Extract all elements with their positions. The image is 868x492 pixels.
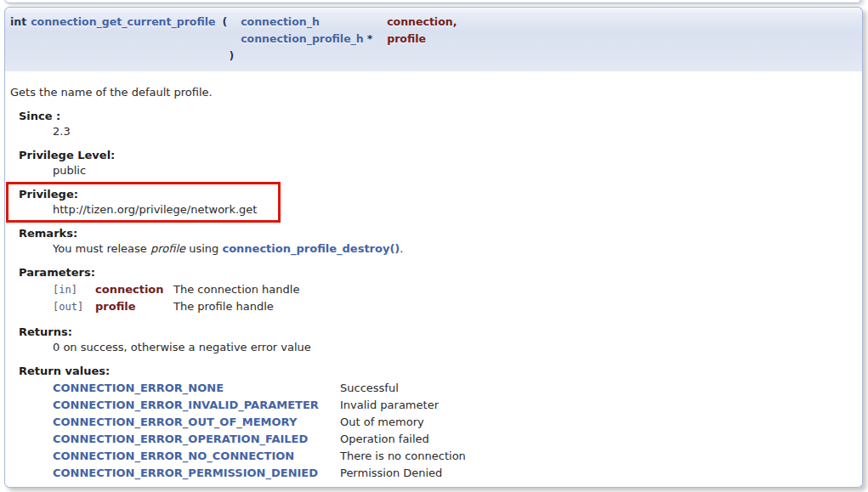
remarks-text: You must release profile using connectio… xyxy=(53,242,854,256)
error-code-description: Out of memory xyxy=(340,414,466,431)
error-code-description: Invalid parameter xyxy=(340,397,466,414)
error-code-link[interactable]: CONNECTION_ERROR_NO_CONNECTION xyxy=(53,450,294,462)
param-description: The profile handle xyxy=(173,298,299,315)
function-description: Gets the name of the default profile. xyxy=(10,86,854,99)
open-paren: ( xyxy=(222,15,227,28)
return-values-table: CONNECTION_ERROR_NONE Successful CONNECT… xyxy=(53,380,466,482)
close-paren: ) xyxy=(229,49,234,63)
api-documentation-page: intconnection_get_current_profile ( conn… xyxy=(0,0,868,492)
return-value-row: CONNECTION_ERROR_INVALID_PARAMETER Inval… xyxy=(53,397,466,414)
function-doc-body: Gets the name of the default profile. Si… xyxy=(4,71,863,488)
returns-value: 0 on success, otherwise a negative error… xyxy=(53,341,854,354)
error-code-link[interactable]: CONNECTION_ERROR_NONE xyxy=(53,382,224,394)
section-since: Since : 2.3 xyxy=(19,110,854,139)
parameter-row: [out] profile The profile handle xyxy=(53,298,299,315)
param-name: connection xyxy=(95,281,173,298)
param-direction: [in] xyxy=(53,284,77,296)
error-code-description: Permission Denied xyxy=(340,465,466,482)
since-value: 2.3 xyxy=(53,125,854,139)
link-connection-profile-destroy[interactable]: connection_profile_destroy() xyxy=(222,242,400,255)
privilege-label: Privilege: xyxy=(19,188,854,201)
return-value-row: CONNECTION_ERROR_NONE Successful xyxy=(53,380,466,397)
previous-memitem-edge xyxy=(4,0,861,3)
since-label: Since : xyxy=(19,110,854,123)
section-privilege-level: Privilege Level: public xyxy=(19,149,854,178)
error-code-description: Operation failed xyxy=(340,431,466,448)
error-code-description: Successful xyxy=(340,380,466,397)
returns-label: Returns: xyxy=(19,325,854,339)
privilege-level-value: public xyxy=(53,164,854,178)
section-privilege: Privilege: http://tizen.org/privilege/ne… xyxy=(19,188,854,217)
signature-table: intconnection_get_current_profile ( conn… xyxy=(7,14,460,65)
param-name-profile: profile xyxy=(387,32,426,45)
return-value-row: CONNECTION_ERROR_NO_CONNECTION There is … xyxy=(53,448,466,465)
parameter-row: [in] connection The connection handle xyxy=(53,281,299,298)
param-type-link-connection-h[interactable]: connection_h xyxy=(241,15,320,28)
error-code-link[interactable]: CONNECTION_ERROR_OPERATION_FAILED xyxy=(53,433,308,445)
pointer-asterisk: * xyxy=(367,32,373,45)
remarks-emphasis: profile xyxy=(150,242,185,255)
parameters-table: [in] connection The connection handle [o… xyxy=(53,281,299,315)
return-type: int xyxy=(10,15,26,28)
param-description: The connection handle xyxy=(173,281,299,298)
remarks-text-middle: using xyxy=(185,242,222,255)
privilege-highlight-wrapper: Privilege: http://tizen.org/privilege/ne… xyxy=(10,188,854,217)
param-direction: [out] xyxy=(53,301,83,313)
privilege-value: http://tizen.org/privilege/network.get xyxy=(53,203,854,217)
return-value-row: CONNECTION_ERROR_PERMISSION_DENIED Permi… xyxy=(53,465,466,482)
function-name: connection_get_current_profile xyxy=(31,15,215,28)
remarks-text-before: You must release xyxy=(53,242,150,255)
param-name: profile xyxy=(95,298,173,315)
error-code-description: There is no connection xyxy=(340,448,466,465)
error-code-link[interactable]: CONNECTION_ERROR_INVALID_PARAMETER xyxy=(53,399,319,411)
section-returns: Returns: 0 on success, otherwise a negat… xyxy=(19,325,854,354)
return-value-row: CONNECTION_ERROR_OUT_OF_MEMORY Out of me… xyxy=(53,414,466,431)
remarks-label: Remarks: xyxy=(19,227,854,240)
function-signature-header: intconnection_get_current_profile ( conn… xyxy=(4,7,863,71)
parameters-label: Parameters: xyxy=(19,266,854,280)
error-code-link[interactable]: CONNECTION_ERROR_OUT_OF_MEMORY xyxy=(53,416,297,428)
section-parameters: Parameters: [in] connection The connecti… xyxy=(19,266,854,315)
remarks-text-after: . xyxy=(400,242,403,255)
section-remarks: Remarks: You must release profile using … xyxy=(19,227,854,256)
return-value-row: CONNECTION_ERROR_OPERATION_FAILED Operat… xyxy=(53,431,466,448)
privilege-level-label: Privilege Level: xyxy=(19,149,854,162)
function-doc-box: intconnection_get_current_profile ( conn… xyxy=(4,7,863,488)
param-name-connection: connection, xyxy=(387,15,457,28)
section-return-values: Return values: CONNECTION_ERROR_NONE Suc… xyxy=(19,365,854,482)
param-type-link-connection-profile-h[interactable]: connection_profile_h xyxy=(241,32,364,45)
return-values-label: Return values: xyxy=(19,365,854,378)
error-code-link[interactable]: CONNECTION_ERROR_PERMISSION_DENIED xyxy=(53,467,318,479)
